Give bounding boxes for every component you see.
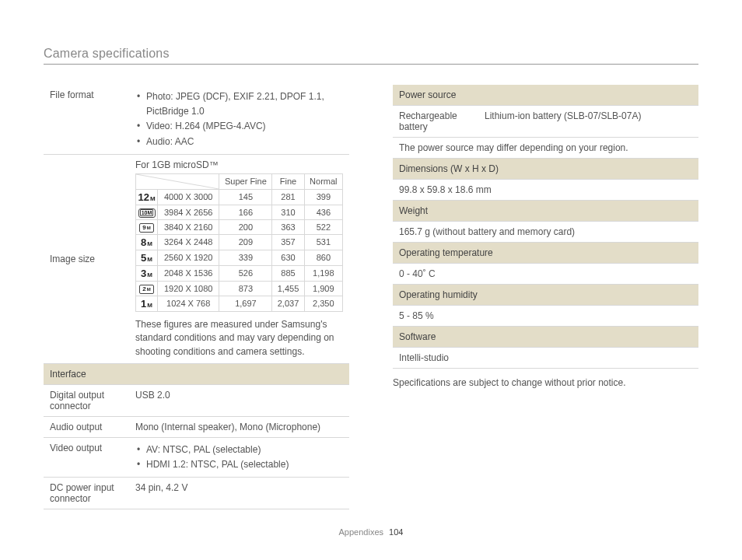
section-value: 5 - 85 % xyxy=(393,306,698,327)
section-header: Operating humidity xyxy=(393,285,698,306)
interface-value: 34 pin, 4.2 V xyxy=(135,482,187,493)
size-row: 2M1920 X 10808731,4551,909 xyxy=(136,281,343,296)
image-size-table: Super Fine Fine Normal 12M4000 X 3000145… xyxy=(135,173,343,312)
size-row: 10M3984 X 2656166310436 xyxy=(136,205,343,219)
size-fine: 885 xyxy=(272,265,304,281)
interface-value: USB 2.0 xyxy=(135,390,170,401)
section-value: 0 - 40˚ C xyxy=(393,264,698,285)
size-normal: 399 xyxy=(304,189,342,205)
size-row: 12M4000 X 3000145281399 xyxy=(136,189,343,205)
section-row: 99.8 x 59.8 x 18.6 mm xyxy=(393,180,698,201)
file-format-item: Photo: JPEG (DCF), EXIF 2.21, DPOF 1.1, … xyxy=(135,89,343,119)
section-header: Operating temperature xyxy=(393,243,698,264)
file-format-item: Audio: AAC xyxy=(135,135,343,149)
size-resolution: 3840 X 2160 xyxy=(158,219,219,234)
size-row: 1M1024 X 7681,6972,0372,350 xyxy=(136,296,343,311)
footer-page-number: 104 xyxy=(389,527,403,537)
diagonal-cell xyxy=(136,173,219,189)
size-fine: 630 xyxy=(272,250,304,265)
col-fine: Fine xyxy=(272,173,304,189)
interface-row: Audio outputMono (Internal speaker), Mon… xyxy=(44,416,349,437)
size-icon-cell: 5M xyxy=(136,250,158,265)
size-row: 9M3840 X 2160200363522 xyxy=(136,219,343,234)
size-icon-cell: 12M xyxy=(136,189,158,205)
megapixel-icon: 12M xyxy=(138,191,155,203)
section-label: Rechargeable battery xyxy=(393,106,478,138)
footer-section: Appendixes xyxy=(339,527,384,537)
interface-row: Video outputAV: NTSC, PAL (selectable)HD… xyxy=(44,437,349,477)
size-row: 5M2560 X 1920339630860 xyxy=(136,250,343,265)
interface-header: Interface xyxy=(44,363,349,384)
size-resolution: 3984 X 2656 xyxy=(158,205,219,219)
size-superfine: 873 xyxy=(219,281,272,296)
file-format-value: Photo: JPEG (DCF), EXIF 2.21, DPOF 1.1, … xyxy=(129,85,349,154)
interface-bullet: HDMI 1.2: NTSC, PAL (selectable) xyxy=(135,457,343,472)
section-row: 165.7 g (without battery and memory card… xyxy=(393,222,698,243)
size-normal: 522 xyxy=(304,219,342,234)
size-normal: 531 xyxy=(304,234,342,250)
size-fine: 1,455 xyxy=(272,281,304,296)
megapixel-icon: 3M xyxy=(141,268,152,279)
size-icon-cell: 2M xyxy=(136,281,158,296)
image-size-for: For 1GB microSD™ xyxy=(135,159,343,170)
megapixel-icon: 8M xyxy=(141,236,152,248)
section-header: Power source xyxy=(393,85,698,106)
size-icon-cell: 10M xyxy=(136,205,158,219)
image-size-value: For 1GB microSD™ Super Fine Fine Normal … xyxy=(129,154,349,363)
section-value: 99.8 x 59.8 x 18.6 mm xyxy=(393,180,698,201)
megapixel-frame-icon: 10M xyxy=(138,208,156,218)
col-superfine: Super Fine xyxy=(219,173,272,189)
megapixel-icon: 1M xyxy=(141,298,152,310)
section-row: 0 - 40˚ C xyxy=(393,264,698,285)
size-resolution: 2048 X 1536 xyxy=(158,265,219,281)
size-icon-cell: 3M xyxy=(136,265,158,281)
megapixel-icon: 5M xyxy=(141,252,152,264)
size-superfine: 200 xyxy=(219,219,272,234)
size-row: 3M2048 X 15365268851,198 xyxy=(136,265,343,281)
svg-line-0 xyxy=(136,174,219,189)
size-fine: 357 xyxy=(272,234,304,250)
size-normal: 1,198 xyxy=(304,265,342,281)
section-row: The power source may differ depending on… xyxy=(393,138,698,159)
interface-label: Digital output connector xyxy=(44,385,129,417)
megapixel-box-icon: 9M xyxy=(139,223,153,233)
size-superfine: 209 xyxy=(219,234,272,250)
interface-label: Audio output xyxy=(44,416,129,437)
size-normal: 2,350 xyxy=(304,296,342,311)
image-size-label: Image size xyxy=(44,154,129,363)
size-superfine: 339 xyxy=(219,250,272,265)
spec-table-left: File format Photo: JPEG (DCF), EXIF 2.21… xyxy=(44,85,349,385)
spec-table-right: Power sourceRechargeable batteryLithium-… xyxy=(393,85,698,369)
size-icon-cell: 1M xyxy=(136,296,158,311)
size-resolution: 1024 X 768 xyxy=(158,296,219,311)
col-normal: Normal xyxy=(304,173,342,189)
megapixel-box-icon: 2M xyxy=(139,285,153,294)
size-resolution: 4000 X 3000 xyxy=(158,189,219,205)
size-superfine: 166 xyxy=(219,205,272,219)
interface-row: Digital output connectorUSB 2.0 xyxy=(44,385,349,417)
section-header: Software xyxy=(393,327,698,348)
size-fine: 310 xyxy=(272,205,304,219)
right-column: Power sourceRechargeable batteryLithium-… xyxy=(393,85,698,509)
file-format-item: Video: H.264 (MPEG-4.AVC) xyxy=(135,119,343,134)
size-superfine: 526 xyxy=(219,265,272,281)
section-header: Dimensions (W x H x D) xyxy=(393,159,698,180)
interface-value: Mono (Internal speaker), Mono (Microphon… xyxy=(135,422,320,432)
interface-bullet: AV: NTSC, PAL (selectable) xyxy=(135,443,343,457)
section-header: Weight xyxy=(393,201,698,222)
interface-value-cell: USB 2.0 xyxy=(129,385,349,417)
image-size-note: These figures are measured under Samsung… xyxy=(135,318,343,359)
size-icon-cell: 8M xyxy=(136,234,158,250)
size-superfine: 1,697 xyxy=(219,296,272,311)
interface-label: Video output xyxy=(44,437,129,477)
interface-label: DC power input connector xyxy=(44,478,129,509)
size-normal: 436 xyxy=(304,205,342,219)
left-column: File format Photo: JPEG (DCF), EXIF 2.21… xyxy=(44,85,349,509)
section-row: Rechargeable batteryLithium-ion battery … xyxy=(393,106,698,138)
page-footer: Appendixes 104 xyxy=(0,527,742,537)
section-value: Intelli-studio xyxy=(393,348,698,369)
size-fine: 363 xyxy=(272,219,304,234)
section-row: 5 - 85 % xyxy=(393,306,698,327)
section-row: Intelli-studio xyxy=(393,348,698,369)
size-normal: 860 xyxy=(304,250,342,265)
